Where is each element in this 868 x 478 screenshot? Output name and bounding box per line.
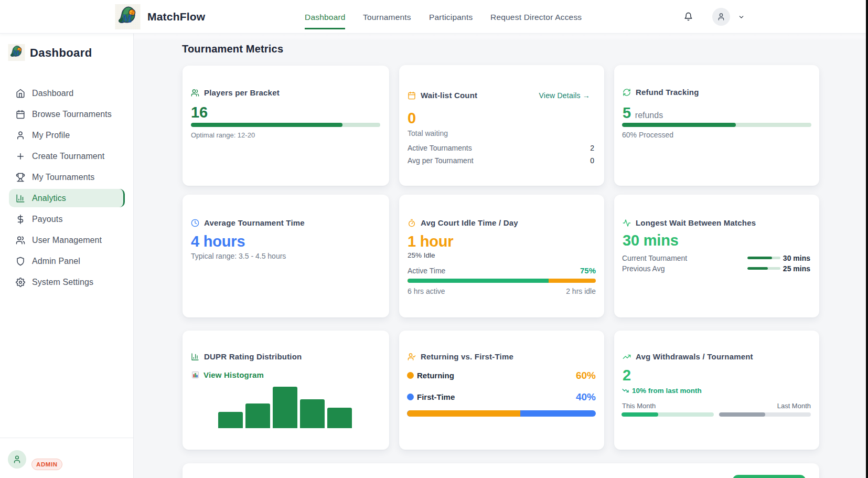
svg-text:M: M	[12, 49, 20, 57]
svg-text:M: M	[121, 12, 133, 25]
